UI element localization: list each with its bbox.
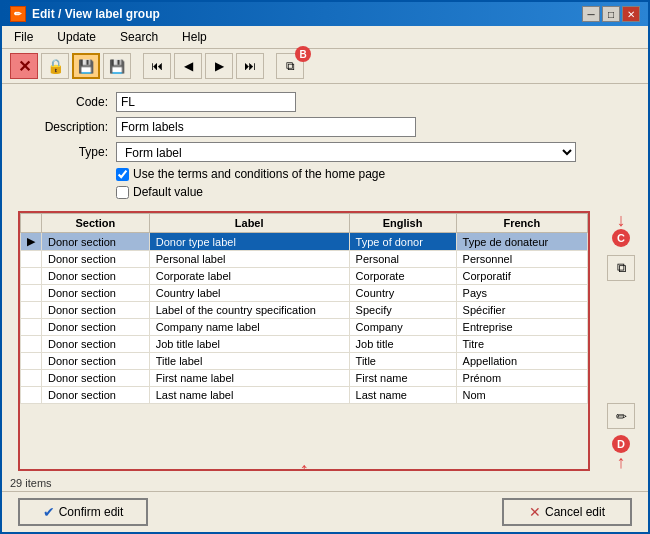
main-window: ✏ Edit / View label group ─ □ ✕ File Upd… bbox=[0, 0, 650, 534]
cell-section: Donor section bbox=[42, 233, 150, 251]
row-indicator bbox=[21, 387, 42, 404]
col-indicator bbox=[21, 214, 42, 233]
maximize-button[interactable]: □ bbox=[602, 6, 620, 22]
next-button[interactable]: ▶ bbox=[205, 53, 233, 79]
cell-french: Personnel bbox=[456, 251, 587, 268]
status-bar: 29 items bbox=[2, 475, 648, 491]
title-bar-left: ✏ Edit / View label group bbox=[10, 6, 160, 22]
cell-french: Spécifier bbox=[456, 302, 587, 319]
type-row: Type: Form label bbox=[18, 142, 632, 162]
row-indicator: ▶ bbox=[21, 233, 42, 251]
lock-button[interactable]: 🔒 bbox=[41, 53, 69, 79]
type-select[interactable]: Form label bbox=[116, 142, 576, 162]
cancel-edit-label: Cancel edit bbox=[545, 505, 605, 519]
save-button[interactable]: 💾 bbox=[103, 53, 131, 79]
row-indicator bbox=[21, 302, 42, 319]
cell-french: Type de donateur bbox=[456, 233, 587, 251]
menu-search[interactable]: Search bbox=[116, 28, 162, 46]
first-button[interactable]: ⏮ bbox=[143, 53, 171, 79]
menu-update[interactable]: Update bbox=[53, 28, 100, 46]
last-button[interactable]: ⏭ bbox=[236, 53, 264, 79]
cell-english: Personal bbox=[349, 251, 456, 268]
table-scroll[interactable]: Section Label English French ▶Donor sect… bbox=[20, 213, 588, 469]
code-input[interactable] bbox=[116, 92, 296, 112]
type-label: Type: bbox=[18, 145, 108, 159]
table-row[interactable]: Donor sectionPersonal labelPersonalPerso… bbox=[21, 251, 588, 268]
cell-english: Type of donor bbox=[349, 233, 456, 251]
table-row[interactable]: Donor sectionFirst name labelFirst nameP… bbox=[21, 370, 588, 387]
cell-english: Title bbox=[349, 353, 456, 370]
form-area: Code: Description: Type: Form label Use … bbox=[2, 84, 648, 207]
cell-label: Country label bbox=[149, 285, 349, 302]
close-button[interactable]: ✕ bbox=[622, 6, 640, 22]
cell-label: Donor type label bbox=[149, 233, 349, 251]
row-indicator bbox=[21, 319, 42, 336]
table-row[interactable]: Donor sectionTitle labelTitleAppellation bbox=[21, 353, 588, 370]
cell-french: Corporatif bbox=[456, 268, 587, 285]
cell-label: Last name label bbox=[149, 387, 349, 404]
data-table: Section Label English French ▶Donor sect… bbox=[20, 213, 588, 404]
menu-help[interactable]: Help bbox=[178, 28, 211, 46]
description-row: Description: bbox=[18, 117, 632, 137]
cell-section: Donor section bbox=[42, 336, 150, 353]
col-section: Section bbox=[42, 214, 150, 233]
data-table-container: Section Label English French ▶Donor sect… bbox=[18, 211, 590, 471]
prev-button[interactable]: ◀ bbox=[174, 53, 202, 79]
cell-section: Donor section bbox=[42, 319, 150, 336]
table-row[interactable]: Donor sectionCorporate labelCorporateCor… bbox=[21, 268, 588, 285]
title-bar: ✏ Edit / View label group ─ □ ✕ bbox=[2, 2, 648, 26]
side-panel: ↓ C ⧉ ✏ D ↑ bbox=[602, 207, 640, 475]
table-row[interactable]: Donor sectionCountry labelCountryPays bbox=[21, 285, 588, 302]
cell-french: Pays bbox=[456, 285, 587, 302]
checkbox2-row: Default value bbox=[116, 185, 632, 199]
cell-section: Donor section bbox=[42, 387, 150, 404]
arrow-d-group: D ↑ bbox=[612, 435, 630, 471]
confirm-edit-button[interactable]: ✔ Confirm edit bbox=[18, 498, 148, 526]
cell-label: First name label bbox=[149, 370, 349, 387]
table-area: Section Label English French ▶Donor sect… bbox=[10, 207, 640, 475]
table-row[interactable]: Donor sectionJob title labelJob titleTit… bbox=[21, 336, 588, 353]
title-bar-controls: ─ □ ✕ bbox=[582, 6, 640, 22]
cell-section: Donor section bbox=[42, 251, 150, 268]
cell-label: Company name label bbox=[149, 319, 349, 336]
checkbox1[interactable] bbox=[116, 168, 129, 181]
cell-section: Donor section bbox=[42, 353, 150, 370]
menu-file[interactable]: File bbox=[10, 28, 37, 46]
minimize-button[interactable]: ─ bbox=[582, 6, 600, 22]
checkbox1-row: Use the terms and conditions of the home… bbox=[116, 167, 632, 181]
cell-english: Company bbox=[349, 319, 456, 336]
cell-english: First name bbox=[349, 370, 456, 387]
copy-button[interactable]: ⧉ B bbox=[276, 53, 304, 79]
side-copy-button[interactable]: ⧉ bbox=[607, 255, 635, 281]
cell-english: Specify bbox=[349, 302, 456, 319]
cell-section: Donor section bbox=[42, 302, 150, 319]
cell-english: Country bbox=[349, 285, 456, 302]
description-input[interactable] bbox=[116, 117, 416, 137]
cell-french: Appellation bbox=[456, 353, 587, 370]
menubar: File Update Search Help bbox=[2, 26, 648, 49]
cell-section: Donor section bbox=[42, 268, 150, 285]
table-row[interactable]: Donor sectionLast name labelLast nameNom bbox=[21, 387, 588, 404]
side-edit-button[interactable]: ✏ bbox=[607, 403, 635, 429]
close-red-button[interactable]: ✕ bbox=[10, 53, 38, 79]
cell-label: Label of the country specification bbox=[149, 302, 349, 319]
row-indicator bbox=[21, 336, 42, 353]
save-orange-button[interactable]: 💾 bbox=[72, 53, 100, 79]
col-french: French bbox=[456, 214, 587, 233]
row-indicator bbox=[21, 251, 42, 268]
code-row: Code: bbox=[18, 92, 632, 112]
cell-english: Job title bbox=[349, 336, 456, 353]
cell-label: Corporate label bbox=[149, 268, 349, 285]
cell-label: Job title label bbox=[149, 336, 349, 353]
code-label: Code: bbox=[18, 95, 108, 109]
window-icon: ✏ bbox=[10, 6, 26, 22]
table-row[interactable]: Donor sectionLabel of the country specif… bbox=[21, 302, 588, 319]
cell-french: Titre bbox=[456, 336, 587, 353]
table-row[interactable]: ▶Donor sectionDonor type labelType of do… bbox=[21, 233, 588, 251]
row-indicator bbox=[21, 268, 42, 285]
row-indicator bbox=[21, 285, 42, 302]
button-bar: ✔ Confirm edit ✕ Cancel edit bbox=[2, 491, 648, 532]
cancel-edit-button[interactable]: ✕ Cancel edit bbox=[502, 498, 632, 526]
table-row[interactable]: Donor sectionCompany name labelCompanyEn… bbox=[21, 319, 588, 336]
checkbox2[interactable] bbox=[116, 186, 129, 199]
